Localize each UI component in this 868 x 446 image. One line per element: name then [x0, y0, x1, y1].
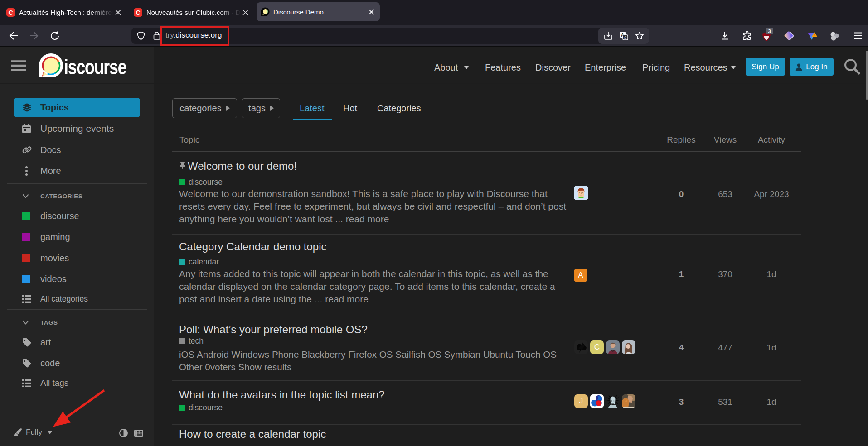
svg-text:!: !: [814, 33, 815, 37]
svg-text:文: 文: [624, 36, 627, 40]
